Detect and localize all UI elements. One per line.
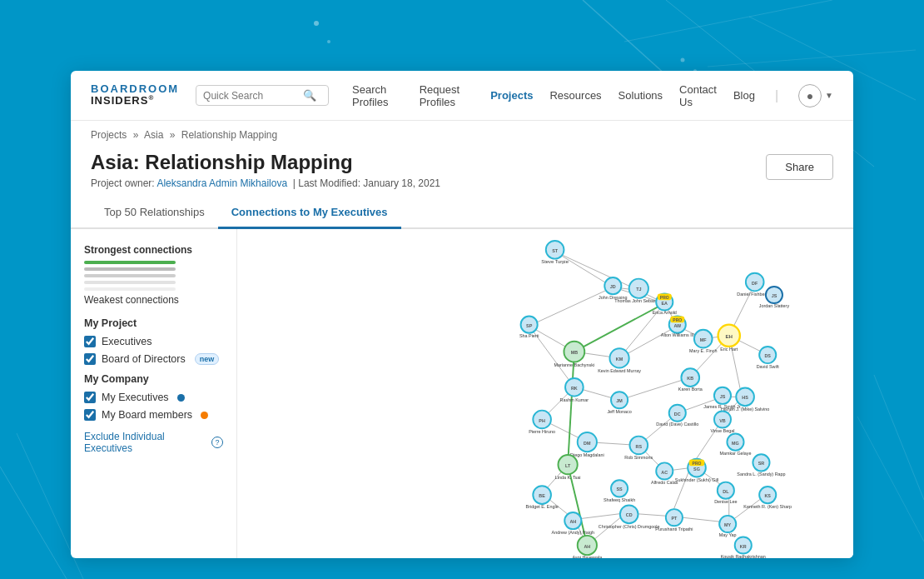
svg-text:TJ: TJ <box>636 287 641 292</box>
tab-connections[interactable]: Connections to My Executives <box>218 197 401 229</box>
svg-text:Marianne Bachynski: Marianne Bachynski <box>554 362 595 367</box>
share-button[interactable]: Share <box>766 154 833 180</box>
nav-link-solutions[interactable]: Solutions <box>618 89 663 102</box>
my-executives-label: My Executives <box>102 392 169 403</box>
meta-owner-prefix: Project owner: <box>91 177 156 189</box>
svg-text:JM: JM <box>616 398 623 403</box>
page-header: Asia: Relationship Mapping Project owner… <box>71 146 853 197</box>
svg-text:EH: EH <box>725 333 733 339</box>
svg-text:LT: LT <box>565 463 571 468</box>
svg-line-14 <box>555 252 614 287</box>
svg-text:Sha Pierti: Sha Pierti <box>519 333 539 338</box>
svg-text:Kousik Radhakrishnan: Kousik Radhakrishnan <box>721 554 766 558</box>
chevron-down-icon: ▼ <box>825 91 833 100</box>
graph-highlight-edges <box>568 303 664 545</box>
svg-text:Diego Magdalani: Diego Magdalani <box>570 452 604 457</box>
svg-line-13 <box>555 252 639 290</box>
nav-link-search-profiles[interactable]: Search Profiles <box>352 83 403 108</box>
svg-text:BE: BE <box>539 493 545 498</box>
svg-text:Sukhinder (Sukhi) Gill: Sukhinder (Sukhi) Gill <box>675 477 718 482</box>
svg-text:JS: JS <box>720 394 726 399</box>
project-bod-row: Board of Directors new <box>84 353 223 365</box>
owner-link[interactable]: Aleksandra Admin Mikhailova <box>156 177 287 189</box>
svg-text:KR: KR <box>740 544 747 549</box>
svg-text:Linda K. Tsai: Linda K. Tsai <box>555 475 581 480</box>
exclude-link[interactable]: Exclude Individual Executives ? <box>84 431 223 454</box>
search-input[interactable] <box>203 90 303 102</box>
bod-checkbox[interactable] <box>84 353 96 365</box>
svg-text:John Dressing: John Dressing <box>599 295 628 300</box>
svg-text:Pierre Hiruno: Pierre Hiruno <box>529 429 555 434</box>
svg-text:AC: AC <box>661 470 668 475</box>
svg-text:PH: PH <box>539 418 545 423</box>
my-board-checkbox[interactable] <box>84 409 96 421</box>
sidebar: Strongest connections Weakest connection… <box>71 229 237 558</box>
svg-text:MF: MF <box>700 337 708 342</box>
svg-line-54 <box>574 303 664 352</box>
graph-area: ST Steve Turpie TJ Thomas John Sebastian… <box>237 229 853 558</box>
svg-text:KS: KS <box>764 493 771 498</box>
svg-text:MB: MB <box>571 350 579 355</box>
svg-line-45 <box>574 513 626 520</box>
svg-text:PRO: PRO <box>660 295 669 300</box>
svg-text:AH: AH <box>584 544 590 549</box>
tab-top-50[interactable]: Top 50 Relationships <box>91 197 218 229</box>
bod-badge: new <box>195 353 220 365</box>
svg-text:Erica Arnold: Erica Arnold <box>653 310 677 315</box>
svg-text:Steve Turpie: Steve Turpie <box>541 259 569 264</box>
logo-top: BOARDROOM <box>91 83 179 95</box>
executives-checkbox[interactable] <box>84 336 96 347</box>
page-meta: Project owner: Aleksandra Admin Mikhailo… <box>91 177 440 189</box>
nav-link-blog[interactable]: Blog <box>733 89 755 102</box>
svg-text:Vinse Begal: Vinse Begal <box>711 428 735 433</box>
breadcrumb-projects[interactable]: Projects <box>91 129 127 141</box>
svg-text:HS: HS <box>742 395 748 400</box>
svg-text:Christopher (Chris) Drumgoole: Christopher (Chris) Drumgoole <box>599 524 660 529</box>
breadcrumb-asia[interactable]: Asia <box>144 129 163 141</box>
nav-link-resources[interactable]: Resources <box>549 89 601 102</box>
search-icon: 🔍 <box>303 89 316 102</box>
svg-text:SR: SR <box>758 461 765 466</box>
svg-text:AW: AW <box>673 323 682 328</box>
nav-link-contact[interactable]: Contact Us <box>679 83 717 108</box>
svg-text:MG: MG <box>732 441 739 446</box>
svg-text:JS: JS <box>772 293 777 298</box>
info-icon: ? <box>211 437 223 448</box>
svg-text:RS: RS <box>636 444 643 449</box>
svg-text:Andrew (Andy) Haigh: Andrew (Andy) Haigh <box>552 530 594 535</box>
svg-text:DF: DF <box>752 281 758 286</box>
svg-text:Kenneth R. (Ken) Sharp: Kenneth R. (Ken) Sharp <box>743 504 792 509</box>
navbar: BOARDROOM INSIDERS® 🔍 Search Profiles Re… <box>71 71 853 121</box>
content-area: Strongest connections Weakest connection… <box>71 229 853 558</box>
legend-lines <box>84 261 223 291</box>
nav-link-request-profiles[interactable]: Request Profiles <box>420 83 474 108</box>
svg-text:KM: KM <box>616 357 623 362</box>
search-box[interactable]: 🔍 <box>196 85 329 106</box>
svg-text:DL: DL <box>723 489 729 494</box>
board-dot <box>201 412 208 419</box>
svg-text:KB: KB <box>687 376 693 381</box>
nav-user[interactable]: ● ▼ <box>798 84 833 107</box>
svg-text:DM: DM <box>584 441 591 446</box>
page-title-block: Asia: Relationship Mapping Project owner… <box>91 151 440 189</box>
svg-text:Shafeeq Shaikh: Shafeeq Shaikh <box>604 497 635 502</box>
my-company-label: My Company <box>84 373 223 385</box>
my-executives-checkbox[interactable] <box>84 392 96 403</box>
main-card: BOARDROOM INSIDERS® 🔍 Search Profiles Re… <box>71 71 853 558</box>
svg-point-7 <box>681 58 685 62</box>
svg-text:CD: CD <box>626 512 633 517</box>
svg-text:SG: SG <box>693 467 700 472</box>
nav-link-projects[interactable]: Projects <box>490 89 533 102</box>
svg-text:Karen Borta: Karen Borta <box>678 387 703 392</box>
weakest-connections-label: Weakest connections <box>84 294 223 306</box>
legend-line-2 <box>84 267 176 271</box>
svg-text:VB: VB <box>719 418 726 423</box>
svg-text:EA: EA <box>662 301 668 306</box>
user-icon: ● <box>798 84 822 107</box>
project-executives-row: Executives <box>84 336 223 347</box>
svg-text:DS: DS <box>764 353 771 358</box>
nav-divider: | <box>775 88 778 103</box>
svg-text:Jeff Monaco: Jeff Monaco <box>607 409 631 414</box>
svg-line-3 <box>624 0 832 42</box>
svg-text:JD: JD <box>610 284 616 289</box>
